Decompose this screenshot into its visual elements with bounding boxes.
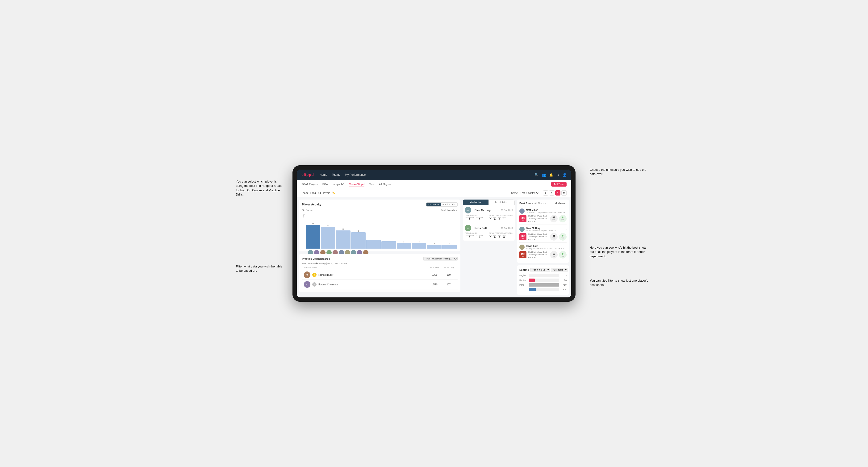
- on-course-toggle[interactable]: On Course: [427, 203, 441, 206]
- edit-icon[interactable]: ✏️: [332, 191, 335, 195]
- search-icon[interactable]: 🔍: [534, 173, 538, 177]
- shot-score-badge-1: 200 SG: [519, 215, 526, 222]
- shot-player-row-3: David Ford 24 Aug 2023 · Royal North Dev…: [519, 245, 566, 250]
- player-name-group-1: BM Blair McHarg: [465, 207, 491, 214]
- user-icon[interactable]: 👤: [563, 173, 566, 177]
- scoring-bar-bg-2: [529, 283, 559, 286]
- scoring-num-1: 96: [560, 279, 566, 281]
- leaderboard-row: RB 1 Richard Butler 19/20 110: [302, 270, 458, 280]
- total-rounds-label: Total Rounds: [441, 209, 455, 212]
- col-pb-avg: PB AVG SQ: [441, 267, 456, 269]
- arg-stat-1: ARG 0: [498, 217, 501, 221]
- bar-value-4: 5: [373, 238, 374, 239]
- bar-5: [381, 241, 396, 249]
- practice-stat-1: Practice 6: [476, 217, 483, 221]
- gtt-stat-1: GTT 0: [489, 217, 492, 221]
- settings-view-btn[interactable]: ⚙: [561, 190, 566, 195]
- bar-value-1: 12: [327, 225, 329, 226]
- practice-val-1: 6: [479, 218, 480, 221]
- app-val-1: 0: [494, 218, 496, 221]
- player-activity-card: Player Activity On Course Practice Drill…: [299, 199, 460, 251]
- tab-tour[interactable]: Tour: [369, 182, 374, 187]
- least-active-tab[interactable]: Least Active: [489, 199, 515, 205]
- tab-hcaps[interactable]: Hcaps 1-5: [333, 182, 344, 187]
- shot-player-name-1: Matt Miller: [526, 209, 565, 211]
- bar-group-3: 9: [351, 230, 366, 249]
- bell-icon[interactable]: 🔔: [549, 173, 553, 177]
- player-name-group-2: RB Rees Britt: [465, 225, 487, 231]
- arg-val-1: 0: [498, 218, 500, 221]
- list-view-btn[interactable]: ≡: [549, 190, 554, 195]
- app-val-2: 0: [494, 236, 496, 239]
- y-axis: 0 5 10: [303, 214, 306, 218]
- people-icon[interactable]: 👥: [542, 173, 546, 177]
- chevron-right-icon-3[interactable]: ›: [566, 246, 566, 249]
- total-rounds-title-1: Total Rounds: [465, 214, 488, 216]
- practice-drills-toggle[interactable]: Practice Drills: [441, 203, 457, 206]
- avatar-blair: BM: [465, 207, 471, 214]
- nav-home[interactable]: Home: [319, 172, 327, 177]
- tablet-screen: clippd Home Teams My Performance 🔍 👥 🔔 ⊕…: [297, 169, 571, 298]
- shot-zero-1: 0 yds: [559, 215, 566, 222]
- most-active-tab[interactable]: Most Active: [463, 199, 489, 205]
- chevron-right-icon-1[interactable]: ›: [566, 210, 566, 213]
- shot-details-1: 200 SG Shot Dist: 67 yds Start Lie: Roug…: [519, 215, 566, 223]
- shot-distance-2: 43 yds: [550, 233, 558, 241]
- nav-performance[interactable]: My Performance: [345, 172, 366, 177]
- scoring-filter-2[interactable]: All Players: [551, 268, 568, 272]
- bars-area: 1312109543322 Players: [306, 214, 457, 249]
- bar-2: [336, 230, 350, 249]
- bar-group-0: 13: [306, 223, 320, 249]
- tab-separator: ▾: [545, 202, 546, 205]
- right-panel: Best Shots All Shots ▾ All Players ▾: [517, 199, 569, 295]
- player-filter-dropdown[interactable]: All Players ▾: [555, 202, 566, 205]
- heart-view-btn[interactable]: ♥: [555, 190, 560, 195]
- add-team-button[interactable]: Add Team: [551, 182, 566, 187]
- practice-activities-section-2: Total Practice Activities GTT 0 APP: [489, 232, 513, 239]
- gtt-stat-2: GTT 0: [489, 235, 492, 239]
- shot-course-1: 09 Jun 2023 · Royal North Devon GC, Hole…: [526, 211, 565, 214]
- putt-stat-1: PUTT 1: [502, 217, 506, 221]
- nav-teams[interactable]: Teams: [332, 172, 340, 177]
- leaderboard-dropdown[interactable]: PUTT Must Make Putting ...: [423, 257, 458, 261]
- shot-entry-1[interactable]: Matt Miller 09 Jun 2023 · Royal North De…: [519, 207, 566, 225]
- grid-view-btn[interactable]: ⊞: [543, 190, 548, 195]
- content-area: Player Activity On Course Practice Drill…: [297, 197, 571, 298]
- shot-player-row-2: Blair McHarg 23 Jul 2023 · Ashridge GC, …: [519, 227, 566, 232]
- dropdown-arrow-icon[interactable]: ▼: [456, 209, 458, 211]
- plus-circle-icon[interactable]: ⊕: [556, 173, 559, 177]
- scoring-filter-1[interactable]: Par 3, 4 & 5s: [530, 268, 550, 272]
- tournament-stat-1: Tournament 7: [465, 217, 474, 221]
- show-select[interactable]: Last 3 months Last month Last 6 months: [520, 191, 539, 195]
- scoring-bar-bg-3: [529, 288, 559, 291]
- tab-pgat[interactable]: PGAT Players: [302, 182, 318, 187]
- scoring-bar-fill-1: [529, 279, 535, 282]
- shot-stats-text-3: Shot Dist: 16 yds Start Lie: Rough End L…: [528, 251, 549, 259]
- chevron-right-icon-2[interactable]: ›: [566, 228, 566, 231]
- scoring-title: Scoring: [519, 269, 529, 271]
- practice-act-title-1: Total Practice Activities: [489, 214, 513, 216]
- app-stat-2: APP 0: [493, 235, 496, 239]
- leaderboard-title: Practice Leaderboards: [302, 257, 330, 260]
- tab-pga[interactable]: PGA: [322, 182, 328, 187]
- bar-value-7: 3: [418, 241, 420, 243]
- col-pb-score: PB SCORE: [427, 267, 441, 269]
- tab-team-clippd[interactable]: Team Clippd: [349, 182, 365, 187]
- col-player-name: PLAYER NAME: [304, 267, 427, 269]
- shot-player-row-1: Matt Miller 09 Jun 2023 · Royal North De…: [519, 209, 566, 214]
- y-label-5: 5: [303, 215, 305, 217]
- shot-entry-2[interactable]: Blair McHarg 23 Jul 2023 · Ashridge GC, …: [519, 225, 566, 243]
- best-shots-header: Best Shots All Shots ▾ All Players ▾: [519, 202, 566, 205]
- practice-stat-2: Practice 4: [476, 235, 483, 239]
- bar-group-8: 2: [427, 243, 441, 249]
- bar-group-6: 3: [397, 241, 411, 249]
- active-tabs: Most Active Least Active: [463, 199, 515, 205]
- shot-entry-3[interactable]: David Ford 24 Aug 2023 · Royal North Dev…: [519, 243, 566, 261]
- arg-stat-2: ARG 0: [498, 235, 501, 239]
- scoring-header: Scoring Par 3, 4 & 5s All Players: [519, 268, 566, 272]
- tab-all-players[interactable]: All Players: [379, 182, 391, 187]
- tournament-stat-2: Tournament 8: [465, 235, 474, 239]
- scoring-bar-bg-1: [529, 279, 559, 282]
- all-shots-tab[interactable]: All Shots: [534, 202, 544, 205]
- scoring-bar-fill-3: [529, 288, 536, 291]
